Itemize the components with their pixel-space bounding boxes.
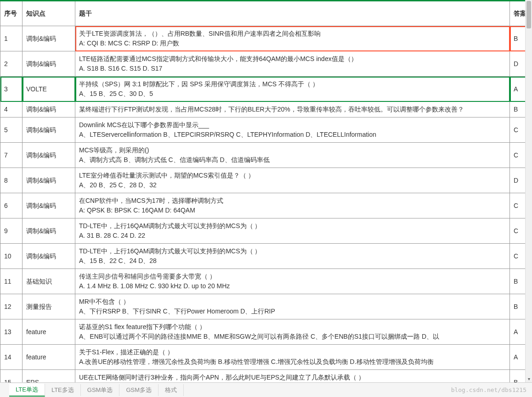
table-row[interactable]: 10调制&编码TD-LTE中，上行16QAM调制方式最大可以支持到的MCS为（ …	[0, 244, 532, 269]
cell-seq[interactable]: 3	[0, 77, 23, 102]
cell-question[interactable]: 半持续（SPS）网 3:1 时隙配比下，因 SPS 采用保守调度算法，MCS 不…	[75, 77, 510, 102]
cell-question[interactable]: 诺基亚的S1 flex feature指下列哪个功能（ ） A、ENB可以通过两…	[75, 319, 510, 345]
cell-seq[interactable]: 15	[0, 370, 23, 383]
sheet-tab-bar: LTE单选LTE多选GSM单选GSM多选格式	[0, 382, 532, 397]
cell-kp[interactable]: 测量报告	[23, 294, 75, 319]
cell-kp[interactable]: 调制&编码	[23, 193, 75, 218]
table-row[interactable]: 9调制&编码TD-LTE中，上行16QAM调制方式最大可以支持到的MCS为（ ）…	[0, 218, 532, 244]
cell-seq[interactable]: 7	[0, 143, 23, 168]
cell-question[interactable]: 传送主同步信号和辅同步信号需要多大带宽（ ） A. 1.4 MHz B. 1.0…	[75, 269, 510, 294]
cell-kp[interactable]: 调制&编码	[23, 143, 75, 168]
cell-kp[interactable]: 基础知识	[23, 269, 75, 294]
cell-question[interactable]: 关于LTE资源调度算法，（）、占用RB数量、SINR值和用户速率四者之间会相互影…	[75, 26, 510, 51]
scrollbar-thumb[interactable]	[526, 1, 531, 28]
cell-kp[interactable]: feature	[23, 319, 75, 345]
table-row[interactable]: 6调制&编码在CNP软件中，当MCS为17时，选择哪种调制方式 A: QPSK …	[0, 193, 532, 218]
header-row: 序号 知识点 题干 答案	[0, 1, 532, 26]
cell-kp[interactable]: 调制&编码	[23, 51, 75, 77]
table-row[interactable]: 3VOLTE半持续（SPS）网 3:1 时隙配比下，因 SPS 采用保守调度算法…	[0, 77, 532, 102]
table-row[interactable]: 15EPSUE在LTE网络侧同时进行3种业务，指向两个APN，那么此时UE与EP…	[0, 370, 532, 383]
cell-kp[interactable]: feature	[23, 345, 75, 370]
cell-kp[interactable]: EPS	[23, 370, 75, 383]
cell-question[interactable]: LTE链路适配需要通过MCS指定调制方式和传输块大小，能支持64QAM的最小MC…	[75, 51, 510, 77]
table-row[interactable]: 2调制&编码LTE链路适配需要通过MCS指定调制方式和传输块大小，能支持64QA…	[0, 51, 532, 77]
cell-kp[interactable]: 调制&编码	[23, 117, 75, 143]
table-row[interactable]: 4调制&编码某终端进行下行FTP测试时发现，当占用MCS28时，下行的BLER大…	[0, 102, 532, 117]
cell-question[interactable]: Downlink MCS在以下哪个参数界面中显示___ A、LTEServerc…	[75, 117, 510, 143]
cell-question[interactable]: 在CNP软件中，当MCS为17时，选择哪种调制方式 A: QPSK B: BPS…	[75, 193, 510, 218]
cell-question[interactable]: 某终端进行下行FTP测试时发现，当占用MCS28时，下行的BLER大于20%，导…	[75, 102, 510, 117]
table-row[interactable]: 5调制&编码Downlink MCS在以下哪个参数界面中显示___ A、LTES…	[0, 117, 532, 143]
cell-question[interactable]: TD-LTE中，上行16QAM调制方式最大可以支持到的MCS为（ ） A. 31…	[75, 218, 510, 244]
cell-seq[interactable]: 8	[0, 168, 23, 193]
sheet-tab[interactable]: LTE单选	[9, 384, 45, 397]
scroll-down-arrow[interactable]: ▾	[526, 375, 532, 382]
table-row[interactable]: 12测量报告MR中不包含（ ） A、下行RSRP B、下行SINR C、下行Po…	[0, 294, 532, 319]
spreadsheet-container: 序号 知识点 题干 答案 1调制&编码关于LTE资源调度算法，（）、占用RB数量…	[0, 0, 532, 382]
cell-question[interactable]: LTE室分峰值吞吐量演示测试中，期望的MCS索引值是？（ ） A、20 B、25…	[75, 168, 510, 193]
vertical-scrollbar[interactable]: ▾	[525, 0, 532, 382]
header-question: 题干	[75, 1, 510, 26]
cell-seq[interactable]: 5	[0, 117, 23, 143]
cell-seq[interactable]: 1	[0, 26, 23, 51]
cell-seq[interactable]: 14	[0, 345, 23, 370]
table-row[interactable]: 11基础知识传送主同步信号和辅同步信号需要多大带宽（ ） A. 1.4 MHz …	[0, 269, 532, 294]
cell-seq[interactable]: 13	[0, 319, 23, 345]
cell-question[interactable]: UE在LTE网络侧同时进行3种业务，指向两个APN，那么此时UE与EPS之间建立…	[75, 370, 510, 383]
cell-kp[interactable]: VOLTE	[23, 77, 75, 102]
cell-seq[interactable]: 12	[0, 294, 23, 319]
cell-question[interactable]: 关于S1-Flex，描述正确的是（ ） A.改善UE的移动性管理，增强冗余性及负…	[75, 345, 510, 370]
cell-kp[interactable]: 调制&编码	[23, 218, 75, 244]
question-table: 序号 知识点 题干 答案 1调制&编码关于LTE资源调度算法，（）、占用RB数量…	[0, 0, 532, 382]
sheet-tab[interactable]: GSM单选	[81, 384, 120, 396]
table-row[interactable]: 7调制&编码MCS等级高，则采用的() A、调制方式高 B、调制方式低 C、信道…	[0, 143, 532, 168]
table-row[interactable]: 14feature关于S1-Flex，描述正确的是（ ） A.改善UE的移动性管…	[0, 345, 532, 370]
cell-seq[interactable]: 9	[0, 218, 23, 244]
cell-question[interactable]: MCS等级高，则采用的() A、调制方式高 B、调制方式低 C、信道编码率高 D…	[75, 143, 510, 168]
cell-kp[interactable]: 调制&编码	[23, 168, 75, 193]
table-row[interactable]: 13feature诺基亚的S1 flex feature指下列哪个功能（ ） A…	[0, 319, 532, 345]
sheet-tab[interactable]: GSM多选	[119, 384, 158, 396]
table-row[interactable]: 1调制&编码关于LTE资源调度算法，（）、占用RB数量、SINR值和用户速率四者…	[0, 26, 532, 51]
table-row[interactable]: 8调制&编码LTE室分峰值吞吐量演示测试中，期望的MCS索引值是？（ ） A、2…	[0, 168, 532, 193]
header-seq: 序号	[0, 1, 23, 26]
cell-seq[interactable]: 11	[0, 269, 23, 294]
header-kp: 知识点	[23, 1, 75, 26]
sheet-tab[interactable]: LTE多选	[45, 384, 81, 396]
cell-seq[interactable]: 2	[0, 51, 23, 77]
sheet-tab[interactable]: 格式	[158, 384, 184, 396]
cell-kp[interactable]: 调制&编码	[23, 102, 75, 117]
cell-seq[interactable]: 10	[0, 244, 23, 269]
cell-seq[interactable]: 4	[0, 102, 23, 117]
cell-seq[interactable]: 6	[0, 193, 23, 218]
cell-kp[interactable]: 调制&编码	[23, 244, 75, 269]
cell-question[interactable]: TD-LTE中，上行16QAM调制方式最大可以支持到的MCS为（ ） A、15 …	[75, 244, 510, 269]
cell-kp[interactable]: 调制&编码	[23, 26, 75, 51]
cell-question[interactable]: MR中不包含（ ） A、下行RSRP B、下行SINR C、下行Power Ho…	[75, 294, 510, 319]
